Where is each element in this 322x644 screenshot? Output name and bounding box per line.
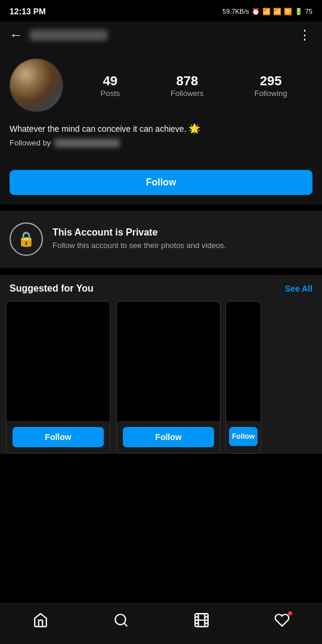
alarm-icon: ⏰ [252, 8, 260, 16]
svg-line-1 [124, 623, 127, 626]
private-title: This Account is Private [52, 227, 226, 238]
bio-section: Whatever the mind can conceive it can ac… [10, 122, 312, 147]
back-button[interactable]: ← [10, 27, 23, 43]
followers-label: Followers [171, 89, 204, 98]
following-count: 295 [260, 73, 282, 89]
see-all-button[interactable]: See All [285, 284, 312, 293]
following-stat[interactable]: 295 Following [255, 73, 287, 98]
posts-stat: 49 Posts [100, 73, 120, 98]
avatar-image [10, 58, 63, 112]
signal-icon-2: 📶 [273, 8, 281, 16]
battery-icon: 🔋 [295, 8, 303, 16]
suggested-card-partial: Follow [225, 301, 261, 454]
suggested-section: Suggested for You See All Follow Follow … [0, 275, 322, 454]
username-blurred [30, 30, 107, 41]
notification-dot [288, 611, 292, 615]
avatar [10, 58, 63, 112]
follow-button-container: Follow [0, 164, 322, 205]
following-label: Following [255, 89, 287, 98]
suggested-card: Follow [6, 301, 110, 454]
posts-count: 49 [103, 73, 117, 89]
profile-section: 49 Posts 878 Followers 295 Following Wha… [0, 49, 322, 164]
private-inner: 🔒 This Account is Private Follow this ac… [10, 222, 312, 256]
battery-level: 75 [305, 8, 312, 15]
followed-by: Followed by [10, 138, 312, 147]
private-description: Follow this account to see their photos … [52, 240, 226, 251]
search-nav-button[interactable] [113, 612, 129, 632]
suggested-cards: Follow Follow Follow [0, 301, 322, 454]
wifi-icon: 🛜 [284, 8, 292, 16]
profile-header: 49 Posts 878 Followers 295 Following [10, 58, 312, 112]
follow-button[interactable]: Follow [10, 170, 312, 195]
card-image-2 [117, 302, 220, 421]
bio-content: Whatever the mind can conceive it can ac… [10, 124, 187, 134]
signal-icon-1: 📶 [262, 8, 271, 16]
bio-text: Whatever the mind can conceive it can ac… [10, 122, 312, 136]
followers-stat[interactable]: 878 Followers [171, 73, 204, 98]
card-image-3 [226, 302, 261, 421]
lock-icon: 🔒 [17, 231, 35, 247]
likes-nav-button[interactable] [274, 612, 290, 632]
followed-by-name [54, 139, 120, 147]
suggested-title: Suggested for You [10, 283, 94, 294]
network-speed: 59.7KB/s [222, 8, 249, 15]
more-options-button[interactable]: ⋮ [298, 27, 312, 43]
card-follow-button-2[interactable]: Follow [123, 427, 214, 447]
status-icons: 59.7KB/s ⏰ 📶 📶 🛜 🔋 75 [222, 8, 312, 16]
followed-by-label: Followed by [10, 138, 51, 147]
home-nav-button[interactable] [33, 612, 48, 632]
card-follow-button-1[interactable]: Follow [13, 427, 104, 447]
lock-circle: 🔒 [10, 222, 43, 256]
posts-label: Posts [100, 89, 120, 98]
bottom-nav [0, 603, 322, 644]
stats-container: 49 Posts 878 Followers 295 Following [75, 73, 312, 98]
followers-count: 878 [176, 73, 198, 89]
status-time: 12:13 PM [10, 7, 46, 16]
card-image-1 [7, 302, 110, 421]
top-nav: ← ⋮ [0, 21, 322, 49]
suggested-card: Follow [116, 301, 221, 454]
status-bar: 12:13 PM 59.7KB/s ⏰ 📶 📶 🛜 🔋 75 [0, 0, 322, 21]
bio-emoji: 🌟 [188, 123, 200, 134]
nav-left: ← [10, 27, 107, 43]
private-text-block: This Account is Private Follow this acco… [52, 227, 226, 251]
card-follow-button-3[interactable]: Follow [229, 427, 258, 446]
private-section: 🔒 This Account is Private Follow this ac… [0, 210, 322, 268]
reels-nav-button[interactable] [194, 612, 209, 632]
suggested-header: Suggested for You See All [0, 283, 322, 301]
